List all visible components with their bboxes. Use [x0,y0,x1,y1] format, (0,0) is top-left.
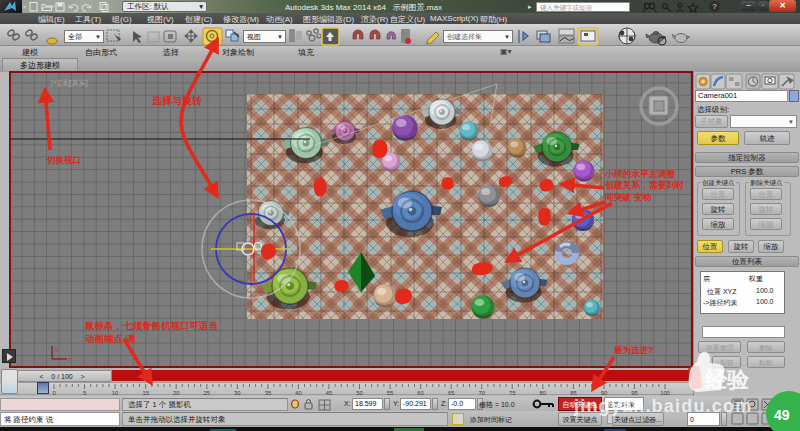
svg-text:最为选进?: 最为选进? [613,345,653,355]
svg-text:切换视口: 切换视口 [46,155,81,165]
svg-text:x: x [68,356,71,362]
svg-text:动画端点 调: 动画端点 调 [84,333,135,344]
svg-text:jingyan.baidu.com: jingyan.baidu.com [573,396,752,416]
svg-text:小球的水平左调整: 小球的水平左调整 [604,169,676,179]
svg-text:创建关系，需要到时: 创建关系，需要到时 [604,180,684,190]
svg-text:选择与旋转: 选择与旋转 [151,95,202,106]
svg-text:49: 49 [774,407,790,423]
svg-text:y: y [55,346,58,352]
svg-text:间突破 变动: 间突破 变动 [605,192,652,202]
svg-text:经验: 经验 [704,367,750,392]
svg-text:鼠标条，七须骨骼机视口可适当: 鼠标条，七须骨骼机视口可适当 [85,320,218,331]
